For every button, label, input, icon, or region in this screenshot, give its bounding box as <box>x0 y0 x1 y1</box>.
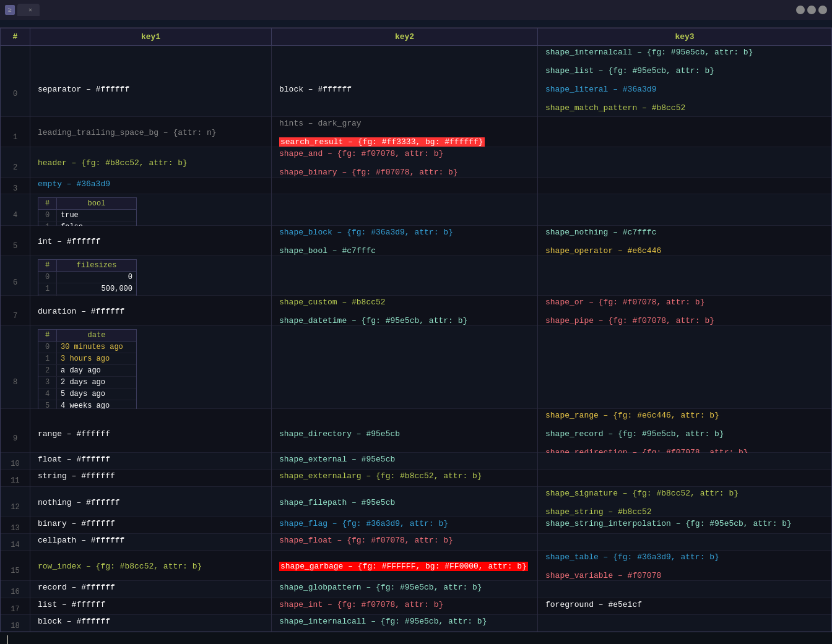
inner-row-num: 1 <box>38 283 57 294</box>
key3-cell <box>538 615 831 632</box>
tab-close-button[interactable]: ✕ <box>28 6 32 14</box>
key2-text: block – #ffffff <box>279 85 352 94</box>
key2-text: shape_internalcall – {fg: #95e5cb, attr:… <box>279 617 487 626</box>
key3-text: shape_range – {fg: #e6c446, attr: b} <box>545 411 719 420</box>
key1-text: int – #ffffff <box>38 237 100 246</box>
key2-text: shape_externalarg – {fg: #b8cc52, attr: … <box>279 471 482 481</box>
col-header-num: # <box>1 28 30 45</box>
key3-text: shape_string_interpolation – {fg: #95e5c… <box>545 519 792 528</box>
inner-header-cell: filesizes <box>57 260 136 271</box>
key1-text: leading_trailing_space_bg – {attr: n} <box>38 128 217 137</box>
key3-text: shape_match_pattern – #b8cc52 <box>545 103 685 113</box>
key3-text: shape_or – {fg: #f07078, attr: b} <box>545 298 704 307</box>
inner-table-row: 13 hours ago <box>38 353 136 365</box>
col-header-key3: key3 <box>538 28 831 45</box>
key2-text: shape_bool – #c7fffc <box>279 246 376 255</box>
close-button[interactable] <box>818 6 827 14</box>
minimize-button[interactable] <box>796 6 805 14</box>
key2-text: shape_int – {fg: #f07078, attr: b} <box>279 600 443 609</box>
table-row: 12nothing – #ffffffshape_filepath – #95e… <box>1 487 831 517</box>
key1-cell: block – #ffffff <box>30 615 272 632</box>
key1-text: header – {fg: #b8cc52, attr: b} <box>38 158 188 168</box>
key2-text: shape_custom – #b8cc52 <box>279 298 386 307</box>
table-row: 2header – {fg: #b8cc52, attr: b}shape_an… <box>1 147 831 178</box>
key3-text: shape_string – #b8cc52 <box>545 507 652 517</box>
key2-text: shape_filepath – #95e5cb <box>279 498 395 507</box>
theme-name-line <box>0 20 832 28</box>
table-row: 13binary – #ffffffshape_flag – {fg: #36a… <box>1 517 831 534</box>
key2-text: shape_flag – {fg: #36a3d9, attr: b} <box>279 519 448 528</box>
table-header: # key1 key2 key3 <box>1 28 831 46</box>
inner-row-val: 500,000 <box>57 283 136 294</box>
inner-table-row: 45 days ago <box>38 389 136 400</box>
key1-text: cellpath – #ffffff <box>38 536 124 545</box>
key3-text: shape_operator – #e6c446 <box>545 246 661 255</box>
key3-text: foreground – #e5e1cf <box>545 600 642 609</box>
key2-text: shape_float – {fg: #f07078, attr: b} <box>279 536 453 545</box>
inner-row-num: 0 <box>38 272 57 283</box>
inner-table-row: 1500,000 <box>38 283 136 295</box>
key3-text: shape_signature – {fg: #b8cc52, attr: b} <box>545 489 739 498</box>
inner-table-row: 0true <box>38 210 136 221</box>
inner-row-num: 0 <box>38 210 57 221</box>
table-row: 1leading_trailing_space_bg – {attr: n}hi… <box>1 117 831 147</box>
table-row: 5int – #ffffffshape_block – {fg: #36a3d9… <box>1 226 831 256</box>
inner-header-cell: # <box>38 330 57 341</box>
key3-text: shape_literal – #36a3d9 <box>545 85 656 94</box>
key3-text: shape_list – {fg: #95e5cb, attr: b} <box>545 66 714 75</box>
inner-row-num: 1 <box>38 353 57 364</box>
key1-text: duration – #ffffff <box>38 307 124 316</box>
table-row: 0separator – #ffffffblock – #ffffffshape… <box>1 46 831 117</box>
inner-table-row: 2a day ago <box>38 365 136 377</box>
key3-text: shape_table – {fg: #36a3d9, attr: b} <box>545 552 719 562</box>
key1-text: row_index – {fg: #b8cc52, attr: b} <box>38 562 202 571</box>
table-row: 6#filesizes001500,00021,000,000 <box>1 256 831 296</box>
titlebar: ≥ ✕ <box>0 0 832 20</box>
key2-text: shape_block – {fg: #36a3d9, attr: b} <box>279 228 453 237</box>
key1-text: nothing – #ffffff <box>38 498 120 507</box>
key3-text: shape_nothing – #c7fffc <box>545 228 656 237</box>
inner-header-cell: # <box>38 198 57 209</box>
inner-row-val: 5 days ago <box>57 389 136 400</box>
table-row: 10float – #ffffffshape_external – #95e5c… <box>1 453 831 470</box>
inner-row-val: true <box>57 210 136 221</box>
table-row: 9range – #ffffffshape_directory – #95e5c… <box>1 409 831 453</box>
col-header-key2: key2 <box>272 28 538 45</box>
key2-text: shape_external – #95e5cb <box>279 455 395 464</box>
row-num: 18 <box>1 615 30 632</box>
table-row: 4#bool0true1false <box>1 194 831 226</box>
terminal-icon: ≥ <box>5 5 15 15</box>
key3-text: shape_record – {fg: #95e5cb, attr: b} <box>545 429 724 439</box>
key1-text: range – #ffffff <box>38 429 110 439</box>
inner-row-val: 3 hours ago <box>57 353 136 364</box>
inner-table-row: 32 days ago <box>38 377 136 389</box>
table-row: 7duration – #ffffffshape_custom – #b8cc5… <box>1 296 831 326</box>
table-row: 16record – #ffffffshape_globpattern – {f… <box>1 581 831 598</box>
key1-text: list – #ffffff <box>38 600 105 609</box>
inner-table-row: 030 minutes ago <box>38 341 136 353</box>
key2-text: shape_binary – {fg: #f07078, attr: b} <box>279 168 458 177</box>
table-row: 3empty – #36a3d9 <box>1 178 831 194</box>
inner-row-val: 2 days ago <box>57 377 136 388</box>
table-row: 14cellpath – #ffffffshape_float – {fg: #… <box>1 534 831 551</box>
inner-row-val: 0 <box>57 272 136 283</box>
inner-row-val: a day ago <box>57 365 136 376</box>
inner-header-cell: date <box>57 330 136 341</box>
inner-table-row: 00 <box>38 272 136 283</box>
table-row: 17list – #ffffffshape_int – {fg: #f07078… <box>1 598 831 615</box>
maximize-button[interactable] <box>807 6 816 14</box>
inner-row-num: 2 <box>38 365 57 376</box>
key2-cell: shape_internalcall – {fg: #95e5cb, attr:… <box>272 615 538 632</box>
key2-text: shape_globpattern – {fg: #95e5cb, attr: … <box>279 583 482 592</box>
table-body: 0separator – #ffffffblock – #ffffffshape… <box>1 46 831 632</box>
key3-text: shape_pipe – {fg: #f07078, attr: b} <box>545 316 714 325</box>
inner-row-num: 0 <box>38 341 57 353</box>
active-tab[interactable]: ✕ <box>17 4 40 16</box>
inner-row-val: 30 minutes ago <box>57 341 136 353</box>
key3-text: shape_internalcall – {fg: #95e5cb, attr:… <box>545 48 753 57</box>
window-controls <box>796 6 827 14</box>
col-header-key1: key1 <box>30 28 272 45</box>
key2-text: hints – dark_gray <box>279 119 362 128</box>
cursor-line: | <box>0 632 832 644</box>
inner-row-num: 3 <box>38 377 57 388</box>
